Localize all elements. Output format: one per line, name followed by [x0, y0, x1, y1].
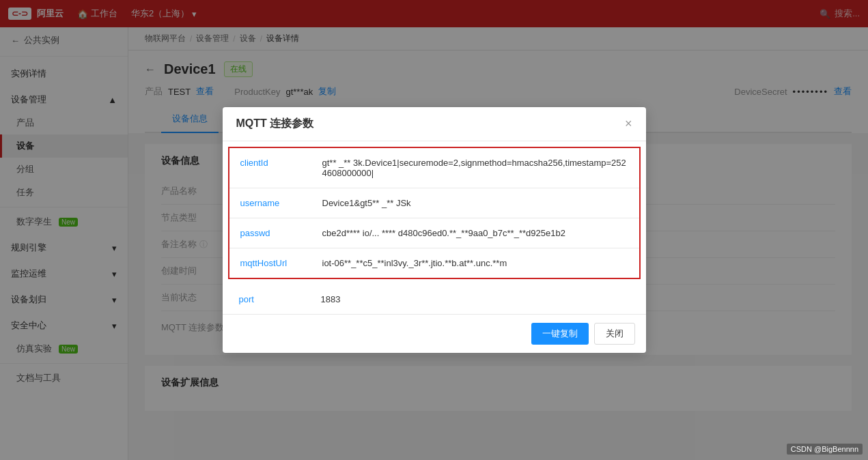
- copy-all-button[interactable]: 一键复制: [531, 323, 589, 345]
- modal-title: MQTT 连接参数: [236, 117, 314, 131]
- param-key-username: username: [229, 188, 311, 218]
- mqtt-modal: MQTT 连接参数 × clientId gt** _** 3k.Device1…: [223, 107, 646, 353]
- modal-body: clientId gt** _** 3k.Device1|securemode=…: [223, 147, 646, 314]
- param-val-clientid: gt** _** 3k.Device1|securemode=2,signmet…: [311, 148, 639, 188]
- modal-footer: 一键复制 关闭: [223, 314, 646, 353]
- modal-highlighted-params: clientId gt** _** 3k.Device1|securemode=…: [228, 147, 641, 279]
- modal-header: MQTT 连接参数 ×: [223, 107, 646, 141]
- mqtt-params-table-port: port 1883: [228, 285, 641, 314]
- param-row-username: username Device1&gt5** _** JSk: [229, 188, 639, 218]
- param-row-clientid: clientId gt** _** 3k.Device1|securemode=…: [229, 148, 639, 188]
- param-val-port: 1883: [310, 285, 641, 314]
- watermark: CSDN @BigBennnn: [787, 444, 863, 455]
- param-key-clientid: clientId: [229, 148, 311, 188]
- param-val-passwd: cbe2d**** io/... **** d480c96ed0.**_**9a…: [311, 218, 639, 248]
- modal-close-button[interactable]: ×: [625, 117, 632, 131]
- param-row-mqtthosturl: mqttHostUrl iot-06**_**c5_**inl3vy._3r**…: [229, 248, 639, 278]
- param-val-mqtthosturl: iot-06**_**c5_**inl3vy._3r**.jtio.**b.at…: [311, 248, 639, 278]
- param-key-passwd: passwd: [229, 218, 311, 248]
- modal-overlay[interactable]: MQTT 连接参数 × clientId gt** _** 3k.Device1…: [0, 0, 868, 460]
- param-row-passwd: passwd cbe2d**** io/... **** d480c96ed0.…: [229, 218, 639, 248]
- param-key-port: port: [228, 285, 310, 314]
- param-key-mqtthosturl: mqttHostUrl: [229, 248, 311, 278]
- param-val-username: Device1&gt5** _** JSk: [311, 188, 639, 218]
- mqtt-params-table: clientId gt** _** 3k.Device1|securemode=…: [229, 148, 639, 278]
- modal-close-btn[interactable]: 关闭: [594, 323, 635, 345]
- param-row-port: port 1883: [228, 285, 641, 314]
